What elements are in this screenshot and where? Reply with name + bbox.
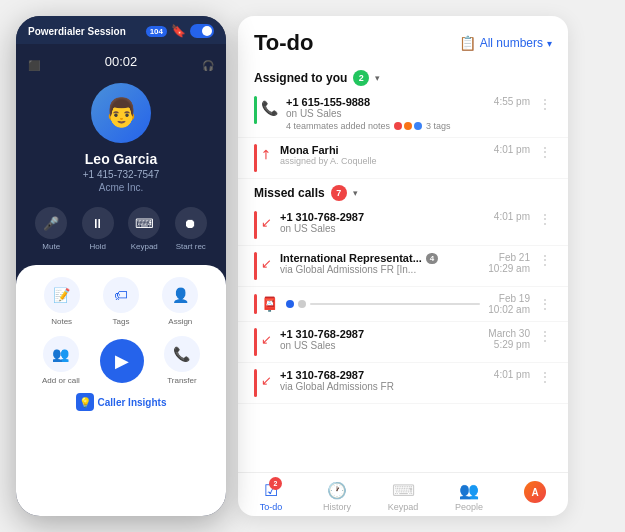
record-icon: ⏺: [175, 207, 207, 239]
mute-label: Mute: [42, 242, 60, 251]
record-button[interactable]: ⏺ Start rec: [175, 207, 207, 251]
caller-number: +1 415-732-7547: [83, 169, 159, 180]
tags-label: Tags: [113, 317, 130, 326]
keypad-tab-icon: ⌨: [392, 481, 415, 500]
next-icon: ▶: [100, 339, 144, 383]
history-tab-label: History: [323, 502, 351, 512]
call-dot-vm: [254, 294, 257, 314]
keypad-icon: ⌨: [128, 207, 160, 239]
filter-icon: 📋: [459, 35, 476, 51]
assigned-badge: 2: [353, 70, 369, 86]
item2-more-icon[interactable]: ⋮: [538, 144, 552, 160]
hold-label: Hold: [90, 242, 106, 251]
people-tab-label: People: [455, 502, 483, 512]
assigned-title: Assigned to you: [254, 71, 347, 85]
missed3-left: ↙: [254, 328, 272, 356]
avatar-emoji: 👨: [104, 99, 139, 127]
missed3-sub: on US Sales: [280, 340, 480, 351]
tab-todo[interactable]: ☑ To-do 2: [238, 479, 304, 514]
missed4-more-icon[interactable]: ⋮: [538, 369, 552, 385]
missed1-more-icon[interactable]: ⋮: [538, 211, 552, 227]
call-dot-red-m4: [254, 369, 257, 397]
filter-button[interactable]: 📋 All numbers ▾: [459, 35, 552, 51]
todo-tab-badge: 2: [269, 477, 282, 490]
missed2-more-icon[interactable]: ⋮: [538, 252, 552, 268]
headset-icon: 🎧: [202, 60, 214, 71]
missed-arrow-3: ↙: [261, 332, 272, 347]
notes-button[interactable]: 📝 Notes: [44, 277, 80, 326]
voicemail-item[interactable]: 📮 Feb 19 10:02 am ⋮: [238, 287, 568, 322]
power-toggle[interactable]: [190, 24, 214, 38]
vm-dot-1: [298, 300, 306, 308]
item1-note: 4 teammates added notes: [286, 121, 390, 131]
tag-dot-orange: [404, 122, 412, 130]
item2-content: Mona Farhi assigned by A. Coquelle: [280, 144, 486, 166]
vm-time2: 10:02 am: [488, 304, 530, 315]
tab-people[interactable]: 👥 People: [436, 479, 502, 514]
item1-more-icon[interactable]: ⋮: [538, 96, 552, 112]
call-dot-red-m3: [254, 328, 257, 356]
tab-history[interactable]: 🕐 History: [304, 479, 370, 514]
inbound-call-icon-1: 📞: [261, 100, 278, 116]
item2-left: ↙: [254, 144, 272, 172]
tags-icon: 🏷: [103, 277, 139, 313]
call-timer: 00:02: [105, 54, 138, 69]
session-badge: 104: [146, 26, 167, 37]
caller-insights[interactable]: 💡 Caller Insights: [32, 385, 210, 419]
item2-time: 4:01 pm: [494, 144, 530, 155]
add-call-icon: 👥: [43, 336, 79, 372]
tags-label-count: 3 tags: [426, 121, 451, 131]
missed1-time: 4:01 pm: [494, 211, 530, 222]
missed2-number: International Representat...: [280, 252, 422, 264]
vm-player: [286, 300, 480, 308]
keypad-tab-label: Keypad: [388, 502, 419, 512]
missed2-left: ↙: [254, 252, 272, 280]
todo-title: To-do: [254, 30, 313, 56]
bookmark-icon: 🔖: [171, 24, 186, 38]
item2-assign: assigned by A. Coquelle: [280, 156, 486, 166]
assigned-section-header: Assigned to you 2 ▾: [238, 64, 568, 90]
transfer-button[interactable]: 📞 Transfer: [164, 336, 200, 385]
vm-more-icon[interactable]: ⋮: [538, 296, 552, 312]
user-avatar-tab: A: [524, 481, 546, 503]
missed-item-4[interactable]: ↙ +1 310-768-2987 via Global Admissions …: [238, 363, 568, 404]
missed2-content: International Representat... 4 via Globa…: [280, 252, 480, 275]
assign-icon: 👤: [162, 277, 198, 313]
missed-item-3[interactable]: ↙ +1 310-768-2987 on US Sales March 30 5…: [238, 322, 568, 363]
assign-button[interactable]: 👤 Assign: [162, 277, 198, 326]
next-button[interactable]: ▶: [100, 339, 144, 383]
hold-button[interactable]: ⏸ Hold: [82, 207, 114, 251]
voicemail-icon: 📮: [261, 296, 278, 312]
tab-keypad[interactable]: ⌨ Keypad: [370, 479, 436, 514]
missed-chevron: ▾: [353, 188, 358, 198]
tab-avatar[interactable]: A: [502, 479, 568, 514]
missed1-left: ↙: [254, 211, 272, 239]
missed-item-1[interactable]: ↙ +1 310-768-2987 on US Sales 4:01 pm ⋮: [238, 205, 568, 246]
todo-tab-label: To-do: [260, 502, 283, 512]
bottom-tabs: ☑ To-do 2 🕐 History ⌨ Keypad 👥 People A: [238, 472, 568, 516]
tags-button[interactable]: 🏷 Tags: [103, 277, 139, 326]
session-title: Powerdialer Session: [28, 26, 126, 37]
call-dot-red-m2: [254, 252, 257, 280]
assigned-item-2[interactable]: ↙ Mona Farhi assigned by A. Coquelle 4:0…: [238, 138, 568, 179]
missed-item-2[interactable]: ↙ International Representat... 4 via Glo…: [238, 246, 568, 287]
notes-icon: 📝: [44, 277, 80, 313]
keypad-button[interactable]: ⌨ Keypad: [128, 207, 160, 251]
filter-label: All numbers: [480, 36, 543, 50]
missed3-time: March 30: [488, 328, 530, 339]
missed3-more-icon[interactable]: ⋮: [538, 328, 552, 344]
assigned-item-1[interactable]: 📞 +1 615-155-9888 on US Sales 4 teammate…: [238, 90, 568, 138]
missed2-sub: via Global Admissions FR [In...: [280, 264, 480, 275]
missed1-number: +1 310-768-2987: [280, 211, 486, 223]
item1-right: 4:55 pm: [494, 96, 530, 107]
add-call-button[interactable]: 👥 Add or call: [42, 336, 80, 385]
caller-company: Acme Inc.: [99, 182, 143, 193]
item1-number: +1 615-155-9888: [286, 96, 486, 108]
tag-dot-blue: [414, 122, 422, 130]
missed2-right: Feb 21 10:29 am: [488, 252, 530, 274]
missed-title: Missed calls: [254, 186, 325, 200]
action-row: 📝 Notes 🏷 Tags 👤 Assign: [32, 277, 210, 326]
history-tab-icon: 🕐: [327, 481, 347, 500]
mute-button[interactable]: 🎤 Mute: [35, 207, 67, 251]
app-container: Powerdialer Session 104 🔖 ⬛ 00:02 🎧 👨 Le…: [0, 0, 625, 532]
